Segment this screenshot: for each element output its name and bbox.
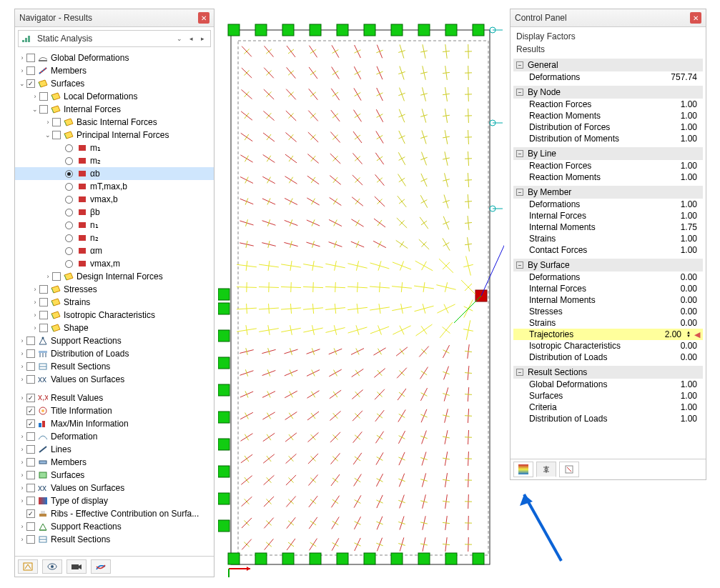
radio-icon[interactable] [65,144,73,152]
factor-value[interactable]: 0.00 [659,318,700,328]
radio-icon[interactable] [65,260,73,268]
next-arrow-icon[interactable]: ▸ [197,34,207,44]
expander-icon[interactable]: › [18,394,26,402]
tree-item[interactable]: Max/Min Information [15,417,214,430]
checkbox[interactable] [39,298,48,307]
factor-row[interactable]: Strains1.00 [513,233,703,244]
factor-row[interactable]: Reaction Moments1.00 [513,171,703,183]
tree-item[interactable]: ›Isotropic Characteristics [15,309,214,322]
expander-icon[interactable]: › [18,54,26,61]
factor-value[interactable]: 1.00 [659,245,700,255]
checkbox[interactable] [26,349,35,358]
expander-icon[interactable]: › [44,273,52,280]
tree-item[interactable]: n₂ [15,231,214,244]
factor-row[interactable]: Global Deformations1.00 [513,379,703,390]
factor-row[interactable]: Distribution of Loads0.00 [513,352,703,363]
tree-item[interactable]: ›Result Sections [15,533,214,546]
expander-icon[interactable]: › [18,523,26,530]
collapse-icon[interactable]: − [516,369,523,376]
expander-icon[interactable]: › [18,484,26,492]
factor-value[interactable]: 1.00 [659,391,700,401]
checkbox[interactable] [39,324,48,332]
tree-item[interactable]: ›Type of display [15,494,214,507]
expander-icon[interactable]: › [31,324,39,332]
tool-curve-icon[interactable] [91,559,111,574]
expander-icon[interactable]: › [44,119,52,126]
expander-icon[interactable]: › [18,472,26,479]
radio-icon[interactable] [65,170,73,178]
expander-icon[interactable]: › [18,497,26,504]
radio-icon[interactable] [65,221,73,229]
tree-item[interactable]: αm [15,244,214,257]
group-header[interactable]: −General [513,59,703,71]
expander-icon[interactable]: › [31,286,39,293]
expander-icon[interactable]: › [31,299,39,306]
tree-item[interactable]: Ribs - Effective Contribution on Surfa..… [15,507,214,520]
expander-icon[interactable]: › [18,459,26,466]
tree-item[interactable]: ›Global Deformations [15,51,214,64]
tab-color-scale-icon[interactable] [513,462,533,477]
tree-item[interactable]: αb [15,167,214,180]
checkbox[interactable] [26,509,35,518]
checkbox[interactable] [26,79,35,88]
results-tree[interactable]: ›Global Deformations›Members⌄Surfaces›Lo… [15,50,214,556]
factor-value[interactable]: 1.75 [659,222,700,232]
collapse-icon[interactable]: − [516,89,523,96]
radio-icon[interactable] [65,157,73,165]
factor-row[interactable]: Trajectories2.00▲▼◀ [513,329,703,340]
checkbox[interactable] [39,285,48,294]
tree-item[interactable]: m₂ [15,154,214,167]
tree-item[interactable]: ›Deformation [15,430,214,443]
tree-item[interactable]: ›Local Deformations [15,90,214,103]
radio-icon[interactable] [65,196,73,204]
tab-factors-icon[interactable] [536,462,556,477]
tree-item[interactable]: ›x,xResult Values [15,392,214,404]
factor-value[interactable]: 1.00 [659,234,700,244]
tree-item[interactable]: ›Strains [15,296,214,309]
group-header[interactable]: −By Node [513,86,703,99]
group-header[interactable]: −By Surface [513,259,703,271]
expander-icon[interactable]: › [18,433,26,440]
factor-row[interactable]: Reaction Forces1.00 [513,99,703,110]
spinner[interactable]: ▲▼ [686,331,691,338]
tree-item[interactable]: ⌄Surfaces [15,77,214,90]
group-header[interactable]: −Result Sections [513,366,703,379]
factor-value[interactable]: 1.00 [659,134,700,144]
expander-icon[interactable]: › [18,67,26,74]
checkbox[interactable] [26,458,35,467]
tree-item[interactable]: mT,max,b [15,180,214,193]
expander-icon[interactable]: › [18,446,26,453]
checkbox[interactable] [39,311,48,319]
factor-value[interactable]: 0.00 [659,307,700,317]
factor-row[interactable]: Reaction Moments1.00 [513,110,703,121]
expander-icon[interactable]: › [18,337,26,344]
tree-item[interactable]: ›Stresses [15,283,214,296]
tree-item[interactable]: ›xxValues on Surfaces [15,373,214,386]
checkbox[interactable] [26,445,35,454]
tree-item[interactable]: ›xxValues on Surfaces [15,482,214,494]
factor-value[interactable]: 0.00 [659,352,700,362]
factor-row[interactable]: Reaction Forces1.00 [513,160,703,171]
expander-icon[interactable]: ⌄ [18,80,26,87]
tree-item[interactable]: ⌄Principal Internal Forces [15,129,214,141]
tree-item[interactable]: ›Design Internal Forces [15,270,214,283]
factor-value[interactable]: 0.00 [659,295,700,305]
collapse-icon[interactable]: − [516,261,523,269]
tree-item[interactable]: n₁ [15,219,214,231]
factor-value[interactable]: 1.00 [659,199,700,209]
factor-row[interactable]: Internal Moments0.00 [513,294,703,306]
close-icon[interactable]: ✕ [198,12,209,24]
factor-row[interactable]: Stresses0.00 [513,306,703,317]
analysis-type-dropdown[interactable]: Static Analysis ⌄ ◂ ▸ [18,30,211,47]
tool-views-icon[interactable] [18,559,38,574]
factor-value[interactable]: 2.00 [643,329,684,339]
checkbox[interactable] [52,118,61,126]
close-icon[interactable]: ✕ [690,12,701,24]
factor-value[interactable]: 1.00 [659,111,700,121]
factor-row[interactable]: Distribution of Loads1.00 [513,413,703,424]
checkbox[interactable] [52,272,61,281]
factor-row[interactable]: Deformations0.00 [513,271,703,283]
factor-row[interactable]: Strains0.00 [513,317,703,329]
checkbox[interactable] [26,375,35,384]
tree-item[interactable]: ›Distribution of Loads [15,347,214,360]
